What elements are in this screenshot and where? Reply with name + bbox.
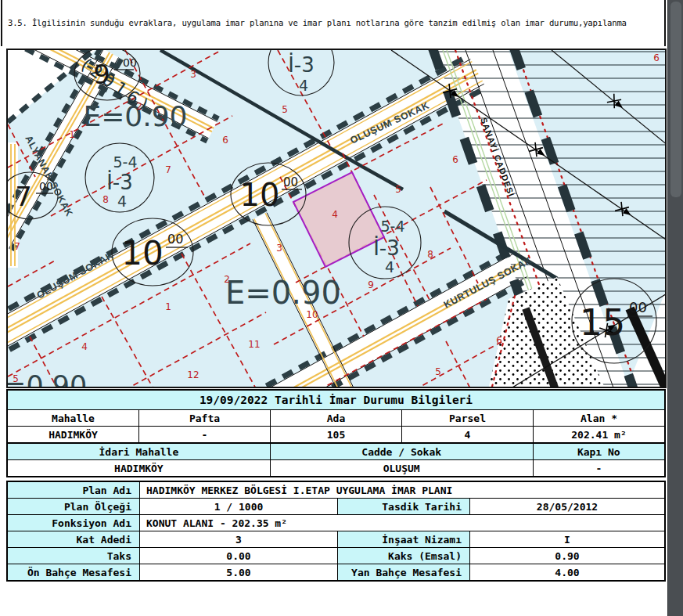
value-plan-olcegi: 1 / 1000: [140, 499, 337, 514]
zone-note-mid: İ-3: [106, 170, 133, 194]
value-taks: 0.00: [140, 548, 337, 564]
imar-durumu-page: { "notes": { "line1": "3.5. İlgilisinin …: [0, 0, 683, 616]
value-plan-adi: HADIMKÖY MERKEZ BÖLGESİ I.ETAP UYGULAMA …: [140, 482, 664, 498]
label-yan-bahce: Yan Bahçe Mesafesi: [338, 564, 469, 580]
road-width-value: 15: [580, 301, 626, 344]
zone-note-mid: İ-3: [373, 236, 400, 260]
parcel-number: 11: [248, 339, 260, 350]
parcel-number: 6: [222, 135, 228, 146]
emsal-label: E=0.90: [83, 100, 187, 132]
parcel-number: 2: [224, 274, 230, 285]
table-title: 19/09/2022 Tarihli İmar Durumu Bilgileri: [8, 391, 664, 409]
parcel-number: 1: [69, 129, 75, 140]
parcel-number: 7: [14, 241, 20, 252]
zone-note-bottom: 4: [117, 193, 127, 210]
parcel-number: 3: [190, 69, 196, 80]
zone-note-bottom: 4: [385, 258, 394, 276]
plan-info-table: Plan Adı HADIMKÖY MERKEZ BÖLGESİ I.ETAP …: [6, 481, 666, 582]
page-right-border: [664, 0, 666, 46]
label-tasdik-tarihi: Tasdik Tarihi: [338, 499, 469, 514]
plan-notes-block: 3.5. İlgilisinin sunduğu evraklara, uygu…: [0, 0, 667, 46]
address-info-table: İdari Mahalle Cadde / Sokak Kapı No HADI…: [6, 444, 666, 477]
value-on-bahce: 5.00: [140, 564, 337, 580]
parcel-number: 10: [306, 309, 318, 320]
parcel-number: 8: [427, 249, 433, 260]
value-yan-bahce: 4.00: [470, 564, 664, 580]
value-pafta: -: [139, 427, 270, 442]
parcel-number: 3: [276, 243, 282, 254]
road-width-sup: 00: [167, 232, 183, 247]
parcel-number: 9: [368, 279, 374, 290]
emsal-label: E=0.90: [8, 370, 87, 387]
col-header-idari-mahalle: İdari Mahalle: [8, 444, 270, 459]
label-insaat-nizami: İnşaat Nizamı: [338, 531, 469, 547]
value-kaks: 0.90: [470, 548, 664, 564]
zoning-map: 4 (2016) E=0.90 E=0.90 E=0.90 9 00 7 00 …: [6, 49, 667, 388]
label-taks: Taks: [8, 548, 139, 564]
col-header-alan: Alan *: [534, 410, 664, 426]
label-plan-adi: Plan Adı: [8, 482, 139, 498]
vertical-scrollbar-thumb[interactable]: [670, 2, 681, 197]
road-width-sup: 00: [629, 299, 647, 315]
page-left-border: [1, 0, 2, 46]
parcel-number: 5: [282, 104, 288, 115]
value-kapi-no: -: [534, 460, 664, 476]
zone-note-bottom: 4: [299, 77, 308, 94]
label-kat-adedi: Kat Adedi: [8, 531, 139, 547]
value-ada: 105: [271, 427, 401, 442]
zone-note-mid: İ-3: [288, 52, 315, 77]
parcel-number: 5: [13, 373, 19, 384]
col-header-cadde-sokak: Cadde / Sokak: [271, 444, 533, 459]
parcel-number: 7: [165, 164, 171, 175]
road-width-sup: 00: [123, 56, 137, 69]
plan-note-line-clipped: 3.5. İlgilisinin sunduğu evraklara, uygu…: [8, 17, 662, 29]
value-insaat-nizami: I: [470, 531, 664, 547]
vertical-scrollbar-track[interactable]: [667, 0, 683, 616]
parcel-number: 8: [102, 194, 109, 205]
imar-info-tables: 19/09/2022 Tarihli İmar Durumu Bilgileri…: [6, 389, 666, 582]
parcel-number: 6: [653, 52, 660, 63]
col-header-alan-text: Alan *: [581, 412, 617, 424]
parcel-number: 2: [136, 101, 142, 112]
col-header-kapi-no: Kapı No: [534, 444, 664, 459]
col-header-ada: Ada: [271, 410, 401, 426]
value-cadde-sokak: OLUŞUM: [271, 460, 533, 476]
col-header-pafta: Pafta: [139, 410, 270, 426]
value-kat-adedi: 3: [140, 531, 337, 547]
value-mahalle: HADIMKÖY: [8, 427, 138, 442]
col-header-parsel: Parsel: [402, 410, 533, 426]
parcel-number: 6: [452, 154, 458, 165]
parcel-number: 12: [187, 369, 199, 380]
col-header-mahalle: Mahalle: [8, 410, 138, 426]
value-parsel: 4: [402, 427, 533, 442]
label-kaks: Kaks (Emsal): [338, 548, 469, 564]
value-tasdik-tarihi: 28/05/2012: [470, 499, 664, 514]
parcel-number: 5: [435, 366, 441, 377]
zoning-map-svg: 4 (2016) E=0.90 E=0.90 E=0.90 9 00 7 00 …: [8, 50, 665, 387]
value-fonksiyon-adi: KONUT ALANI - 202.35 m²: [140, 515, 664, 531]
emsal-label: E=0.90: [225, 275, 341, 311]
zone-note-top: 5-4: [380, 218, 404, 235]
value-alan: 202.41 m²: [534, 427, 664, 442]
parcel-info-table: 19/09/2022 Tarihli İmar Durumu Bilgileri…: [6, 389, 666, 444]
road-width-value: 10: [240, 177, 280, 213]
label-plan-olcegi: Plan Ölçeği: [8, 499, 139, 514]
parcel-number: 5: [395, 184, 401, 195]
road-width-sup: 00: [283, 175, 298, 189]
zone-note-top: 5-4: [113, 153, 137, 171]
road-width-value: 10: [121, 234, 163, 272]
road-width-value: 9: [93, 59, 110, 90]
parcel-number: 4: [81, 341, 88, 352]
parcel-number: 6: [496, 335, 502, 346]
road-width-value: 7: [15, 181, 32, 212]
parcel-number: 1: [165, 301, 171, 312]
highlighted-parcel-number: 4: [332, 209, 338, 220]
label-on-bahce: Ön Bahçe Mesafesi: [8, 564, 139, 580]
value-idari-mahalle: HADIMKÖY: [8, 460, 270, 476]
label-fonksiyon-adi: Fonksiyon Adı: [8, 515, 139, 531]
